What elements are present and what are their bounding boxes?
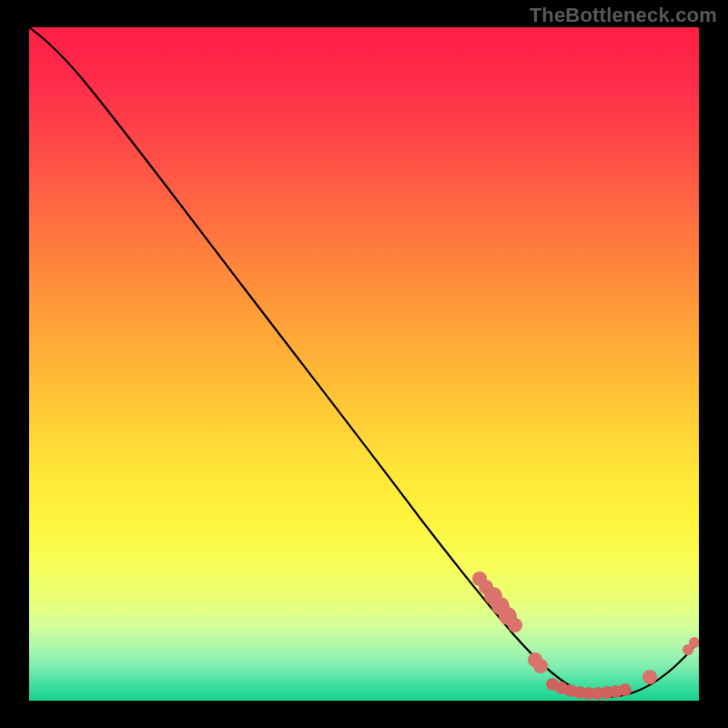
data-point <box>619 683 632 696</box>
data-point <box>533 659 548 673</box>
data-point <box>508 618 522 632</box>
chart-frame: TheBottleneck.com <box>0 0 728 728</box>
data-points <box>472 571 699 700</box>
data-point <box>642 670 657 684</box>
chart-svg <box>29 27 699 701</box>
bottleneck-curve <box>29 27 699 697</box>
plot-area <box>29 27 699 701</box>
watermark-text: TheBottleneck.com <box>530 4 717 27</box>
